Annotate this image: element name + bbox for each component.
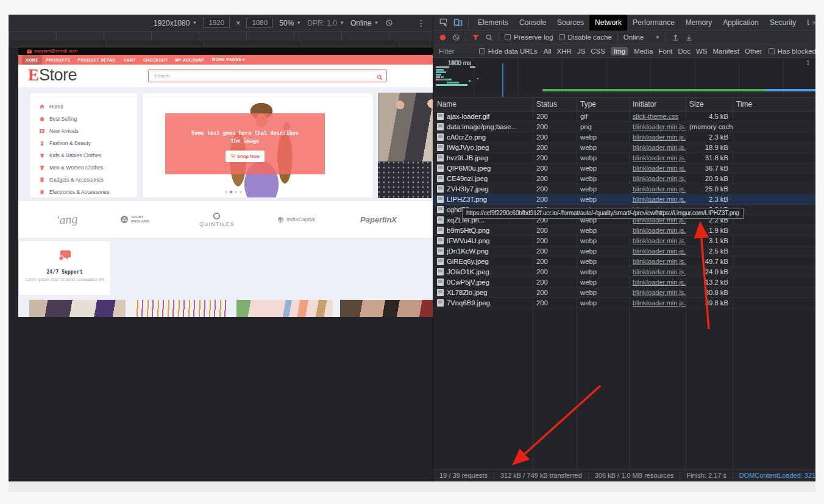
request-initiator-link[interactable]: slick-theme.css [633, 113, 678, 120]
type-filter[interactable]: Doc [678, 48, 690, 55]
request-initiator-link[interactable]: blinkloader.min.js... [633, 133, 686, 141]
request-row[interactable]: ajax-loader.gif 200 gif slick-theme.css … [433, 112, 815, 122]
search-network-icon[interactable] [485, 34, 493, 41]
column-header[interactable]: Status [533, 100, 577, 108]
nav-item[interactable]: MORE PAGES ▾ [208, 55, 249, 65]
category-photo-makeup-brushes[interactable] [133, 300, 229, 317]
type-filter[interactable]: Other [745, 48, 762, 55]
type-filter[interactable]: JS [577, 48, 585, 55]
brand-logo[interactable]: IndiaCapital [277, 216, 316, 223]
site-logo[interactable]: EStore [28, 66, 77, 85]
checkbox-icon[interactable] [505, 34, 511, 40]
request-row[interactable]: data:image/png;base... 200 png blinkload… [433, 122, 815, 132]
request-initiator-link[interactable]: blinkloader.min.js... [633, 247, 686, 255]
column-header[interactable]: Name [433, 100, 533, 108]
sidebar-category-item[interactable]: Best Selling [30, 113, 137, 125]
column-header[interactable]: Type [577, 100, 629, 108]
request-initiator-link[interactable]: blinkloader.min.js... [633, 279, 686, 286]
inspect-element-icon[interactable] [439, 18, 448, 27]
request-initiator-link[interactable]: blinkloader.min.js... [633, 237, 686, 244]
sidebar-category-item[interactable]: Fashion & Beauty [30, 137, 137, 149]
devtools-tab[interactable]: Elements [472, 15, 514, 30]
devtools-tab[interactable]: Sources [552, 15, 589, 30]
type-filter[interactable]: Media [634, 48, 653, 55]
network-overview-timeline[interactable]: 200 ms400 ms600 ms800 ms1000 ms1200 ms14… [433, 58, 815, 98]
request-row[interactable]: JOikO1K.jpeg 200 webp blinkloader.min.js… [433, 267, 815, 277]
network-throttle-select[interactable]: Online▼ [350, 19, 379, 27]
request-row[interactable]: IFWVu4U.png 200 webp blinkloader.min.js.… [433, 236, 815, 246]
request-initiator-link[interactable]: blinkloader.min.js... [633, 175, 686, 182]
viewport-width-input[interactable]: 1920 [203, 18, 230, 28]
devtools-tab[interactable]: Network [589, 15, 627, 30]
more-options-icon[interactable]: ⋮ [417, 18, 425, 28]
device-preset-select[interactable]: 1920x1080▼ [154, 19, 197, 27]
clear-icon[interactable] [452, 34, 460, 41]
sidebar-category-item[interactable]: Electronics & Accessories [30, 186, 137, 198]
column-header[interactable]: Size [686, 100, 733, 108]
disable-cache-checkbox[interactable]: Disable cache [559, 34, 612, 41]
request-row[interactable]: ZVH3Iy7.jpeg 200 webp blinkloader.min.js… [433, 184, 815, 194]
request-row[interactable]: 0CwP5jV.jpeg 200 webp blinkloader.min.js… [433, 277, 815, 288]
request-row[interactable]: cA0crZo.png 200 webp blinkloader.min.js.… [433, 132, 815, 143]
devtools-tab[interactable]: Memory [680, 15, 717, 30]
checkbox-icon[interactable] [559, 34, 565, 40]
fashion-photo-top[interactable] [378, 93, 433, 161]
preserve-log-checkbox[interactable]: Preserve log [505, 34, 553, 41]
zoom-select[interactable]: 50%▼ [279, 19, 301, 27]
request-initiator-link[interactable]: blinkloader.min.js... [633, 185, 686, 193]
has-blocked-cookies-checkbox[interactable]: Has blocked [769, 48, 815, 55]
request-row[interactable]: QIP6M0u.jpeg 200 webp blinkloader.min.js… [433, 163, 815, 174]
filter-input[interactable]: Filter [439, 48, 479, 55]
request-initiator-link[interactable]: blinkloader.min.js... [633, 196, 686, 203]
viewport-height-input[interactable]: 1080 [246, 18, 273, 28]
sidebar-category-item[interactable]: Home [30, 101, 137, 113]
brand-logo[interactable]: SPORT ENGLAND [120, 215, 157, 224]
hide-data-urls-checkbox[interactable]: Hide data URLs [479, 48, 538, 55]
type-filter[interactable]: Font [658, 48, 672, 55]
request-row[interactable]: GiREq6y.jpeg 200 webp blinkloader.min.js… [433, 257, 815, 267]
sidebar-category-item[interactable]: Men & Women Clothes [30, 161, 137, 174]
request-row[interactable]: b9m5HtQ.png 200 webp blinkloader.min.js.… [433, 225, 815, 236]
nav-item[interactable]: CHECKOUT [140, 55, 172, 65]
type-filter[interactable]: All [544, 48, 552, 55]
request-row[interactable]: IWgJVyo.jpeg 200 webp blinkloader.min.js… [433, 143, 815, 153]
brand-logo[interactable]: 'ang [54, 211, 78, 227]
nav-item[interactable]: PRODUCT DETAIL [74, 55, 120, 65]
fashion-photo-bottom[interactable] [378, 161, 433, 198]
support-email[interactable]: support@email.com [34, 48, 77, 55]
brand-logo[interactable]: PaperlinX [358, 215, 397, 224]
device-toolbar-icon[interactable] [453, 18, 463, 27]
request-initiator-link[interactable]: blinkloader.min.js... [633, 123, 686, 130]
sidebar-category-item[interactable]: New Arrivals [30, 125, 137, 137]
carousel-dots[interactable] [143, 191, 324, 193]
type-filter[interactable]: WS [696, 48, 708, 55]
type-filter[interactable]: XHR [557, 48, 572, 55]
request-initiator-link[interactable]: blinkloader.min.js... [633, 144, 686, 151]
search-input[interactable]: Search [148, 69, 387, 82]
type-filter[interactable]: CSS [591, 48, 605, 55]
request-initiator-link[interactable]: blinkloader.min.js... [633, 299, 686, 307]
category-photo-shopping[interactable] [29, 300, 126, 317]
request-row[interactable]: hvz9LJB.jpeg 200 webp blinkloader.min.js… [433, 153, 815, 163]
nav-item[interactable]: HOME [22, 55, 42, 65]
request-initiator-link[interactable]: blinkloader.min.js... [633, 258, 686, 265]
devtools-tab[interactable]: Console [514, 15, 552, 30]
filter-funnel-icon[interactable] [472, 34, 480, 41]
dpr-select[interactable]: DPR: 1.0▼ [307, 19, 344, 27]
request-row[interactable]: jDn1KcW.png 200 webp blinkloader.min.js.… [433, 246, 815, 257]
sidebar-category-item[interactable]: Gadgets & Accessories [30, 174, 137, 186]
sidebar-category-item[interactable]: Kids & Babies Clothes [30, 149, 137, 161]
request-initiator-link[interactable]: blinkloader.min.js... [633, 165, 686, 172]
nav-item[interactable]: CART [120, 55, 140, 65]
category-photo-models[interactable] [340, 300, 433, 317]
shop-now-button[interactable]: Shop Now [226, 151, 265, 162]
type-filter[interactable]: Img [611, 47, 628, 55]
export-har-icon[interactable] [685, 34, 693, 41]
import-har-icon[interactable] [672, 34, 680, 41]
checkbox-icon[interactable] [769, 48, 775, 54]
request-row[interactable]: CE49nzl.jpeg 200 webp blinkloader.min.js… [433, 174, 815, 184]
devtools-tab[interactable]: Application [717, 15, 764, 30]
request-row[interactable]: 7Vnq6B9.jpeg 200 webp blinkloader.min.js… [433, 298, 815, 308]
block-icon[interactable] [385, 19, 393, 27]
devtools-tab[interactable]: Security [764, 15, 801, 30]
